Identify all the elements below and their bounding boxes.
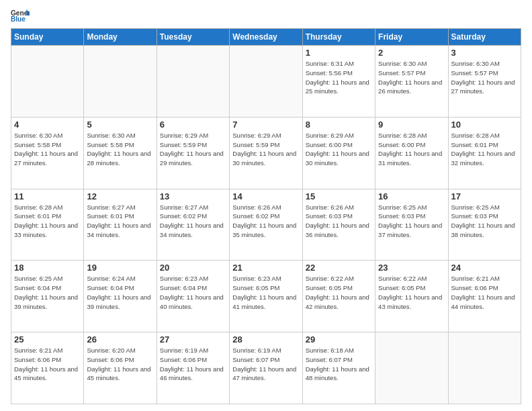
sun-info: Sunrise: 6:22 AMSunset: 6:05 PMDaylight:… [378, 274, 445, 311]
sun-info: Sunrise: 6:29 AMSunset: 6:00 PMDaylight:… [306, 131, 372, 168]
sun-info: Sunrise: 6:23 AMSunset: 6:04 PMDaylight:… [160, 274, 226, 311]
calendar-table: SundayMondayTuesdayWednesdayThursdayFrid… [11, 28, 521, 404]
logo: General Blue [11, 8, 30, 23]
day-number: 8 [306, 120, 372, 130]
calendar-day-cell: 27Sunrise: 6:19 AMSunset: 6:06 PMDayligh… [157, 332, 229, 404]
day-number: 22 [306, 263, 372, 273]
day-number: 13 [160, 191, 226, 201]
calendar-day-cell [11, 46, 84, 118]
calendar-day-cell: 26Sunrise: 6:20 AMSunset: 6:06 PMDayligh… [84, 332, 157, 404]
sun-info: Sunrise: 6:29 AMSunset: 5:59 PMDaylight:… [232, 131, 299, 168]
day-number: 16 [378, 191, 445, 201]
day-number: 15 [306, 191, 372, 201]
calendar-day-cell: 12Sunrise: 6:27 AMSunset: 6:01 PMDayligh… [84, 189, 157, 261]
calendar-day-cell: 22Sunrise: 6:22 AMSunset: 6:05 PMDayligh… [302, 261, 375, 332]
day-number: 1 [306, 48, 372, 58]
calendar-day-cell: 4Sunrise: 6:30 AMSunset: 5:58 PMDaylight… [11, 117, 84, 189]
calendar-day-header: Thursday [302, 29, 375, 46]
day-number: 12 [87, 191, 153, 201]
calendar-day-cell: 3Sunrise: 6:30 AMSunset: 5:57 PMDaylight… [448, 46, 521, 118]
day-number: 5 [87, 120, 153, 130]
calendar-day-cell: 6Sunrise: 6:29 AMSunset: 5:59 PMDaylight… [157, 117, 229, 189]
day-number: 28 [232, 334, 299, 345]
sun-info: Sunrise: 6:27 AMSunset: 6:01 PMDaylight:… [87, 203, 153, 240]
calendar-week-row: 25Sunrise: 6:21 AMSunset: 6:06 PMDayligh… [11, 332, 521, 404]
calendar-day-header: Sunday [11, 29, 84, 46]
calendar-day-cell: 13Sunrise: 6:27 AMSunset: 6:02 PMDayligh… [157, 189, 229, 261]
calendar-day-cell: 2Sunrise: 6:30 AMSunset: 5:57 PMDaylight… [375, 46, 448, 118]
calendar-week-row: 1Sunrise: 6:31 AMSunset: 5:56 PMDaylight… [11, 46, 521, 118]
day-number: 29 [306, 334, 372, 345]
sun-info: Sunrise: 6:31 AMSunset: 5:56 PMDaylight:… [306, 59, 372, 96]
sun-info: Sunrise: 6:30 AMSunset: 5:57 PMDaylight:… [378, 59, 445, 96]
calendar-day-cell: 20Sunrise: 6:23 AMSunset: 6:04 PMDayligh… [157, 261, 229, 332]
sun-info: Sunrise: 6:29 AMSunset: 5:59 PMDaylight:… [160, 131, 226, 168]
sun-info: Sunrise: 6:27 AMSunset: 6:02 PMDaylight:… [160, 203, 226, 240]
sun-info: Sunrise: 6:25 AMSunset: 6:03 PMDaylight:… [378, 203, 445, 240]
sun-info: Sunrise: 6:20 AMSunset: 6:06 PMDaylight:… [87, 346, 153, 383]
calendar-day-cell: 25Sunrise: 6:21 AMSunset: 6:06 PMDayligh… [11, 332, 84, 404]
sun-info: Sunrise: 6:28 AMSunset: 6:00 PMDaylight:… [378, 131, 445, 168]
day-number: 24 [451, 263, 518, 273]
calendar-day-header: Friday [375, 29, 448, 46]
logo-icon: General Blue [11, 8, 30, 23]
calendar-week-row: 18Sunrise: 6:25 AMSunset: 6:04 PMDayligh… [11, 261, 521, 332]
day-number: 20 [160, 263, 226, 273]
day-number: 17 [451, 191, 518, 201]
sun-info: Sunrise: 6:28 AMSunset: 6:01 PMDaylight:… [451, 131, 518, 168]
calendar-day-cell [375, 332, 448, 404]
calendar-day-cell: 5Sunrise: 6:30 AMSunset: 5:58 PMDaylight… [84, 117, 157, 189]
calendar-day-cell: 18Sunrise: 6:25 AMSunset: 6:04 PMDayligh… [11, 261, 84, 332]
calendar-week-row: 11Sunrise: 6:28 AMSunset: 6:01 PMDayligh… [11, 189, 521, 261]
sun-info: Sunrise: 6:22 AMSunset: 6:05 PMDaylight:… [306, 274, 372, 311]
day-number: 10 [451, 120, 518, 130]
sun-info: Sunrise: 6:23 AMSunset: 6:05 PMDaylight:… [232, 274, 299, 311]
svg-text:Blue: Blue [11, 15, 26, 23]
calendar-day-cell: 10Sunrise: 6:28 AMSunset: 6:01 PMDayligh… [448, 117, 521, 189]
sun-info: Sunrise: 6:21 AMSunset: 6:06 PMDaylight:… [14, 346, 81, 383]
calendar-day-cell: 16Sunrise: 6:25 AMSunset: 6:03 PMDayligh… [375, 189, 448, 261]
page-header: General Blue [11, 8, 521, 23]
calendar-day-header: Tuesday [157, 29, 229, 46]
calendar-day-cell: 9Sunrise: 6:28 AMSunset: 6:00 PMDaylight… [375, 117, 448, 189]
calendar-day-cell: 15Sunrise: 6:26 AMSunset: 6:03 PMDayligh… [302, 189, 375, 261]
calendar-day-header: Wednesday [230, 29, 302, 46]
day-number: 18 [14, 263, 81, 273]
calendar-day-cell: 19Sunrise: 6:24 AMSunset: 6:04 PMDayligh… [84, 261, 157, 332]
sun-info: Sunrise: 6:21 AMSunset: 6:06 PMDaylight:… [451, 274, 518, 311]
sun-info: Sunrise: 6:28 AMSunset: 6:01 PMDaylight:… [14, 203, 81, 240]
sun-info: Sunrise: 6:24 AMSunset: 6:04 PMDaylight:… [87, 274, 153, 311]
day-number: 21 [232, 263, 299, 273]
day-number: 11 [14, 191, 81, 201]
sun-info: Sunrise: 6:25 AMSunset: 6:03 PMDaylight:… [451, 203, 518, 240]
calendar-day-cell: 29Sunrise: 6:18 AMSunset: 6:07 PMDayligh… [302, 332, 375, 404]
sun-info: Sunrise: 6:19 AMSunset: 6:06 PMDaylight:… [160, 346, 226, 383]
day-number: 9 [378, 120, 445, 130]
calendar-day-header: Monday [84, 29, 157, 46]
calendar-day-cell: 11Sunrise: 6:28 AMSunset: 6:01 PMDayligh… [11, 189, 84, 261]
calendar-day-cell: 1Sunrise: 6:31 AMSunset: 5:56 PMDaylight… [302, 46, 375, 118]
sun-info: Sunrise: 6:30 AMSunset: 5:57 PMDaylight:… [451, 59, 518, 96]
calendar-day-cell [84, 46, 157, 118]
day-number: 23 [378, 263, 445, 273]
day-number: 4 [14, 120, 81, 130]
calendar-day-cell: 24Sunrise: 6:21 AMSunset: 6:06 PMDayligh… [448, 261, 521, 332]
day-number: 25 [14, 334, 81, 345]
sun-info: Sunrise: 6:26 AMSunset: 6:03 PMDaylight:… [306, 203, 372, 240]
calendar-day-cell: 17Sunrise: 6:25 AMSunset: 6:03 PMDayligh… [448, 189, 521, 261]
calendar-day-header: Saturday [448, 29, 521, 46]
day-number: 6 [160, 120, 226, 130]
day-number: 7 [232, 120, 299, 130]
calendar-day-cell [157, 46, 229, 118]
calendar-day-cell: 23Sunrise: 6:22 AMSunset: 6:05 PMDayligh… [375, 261, 448, 332]
calendar-day-cell [230, 46, 302, 118]
svg-rect-3 [26, 13, 30, 15]
sun-info: Sunrise: 6:25 AMSunset: 6:04 PMDaylight:… [14, 274, 81, 311]
day-number: 3 [451, 48, 518, 58]
calendar-day-cell [448, 332, 521, 404]
calendar-day-cell: 14Sunrise: 6:26 AMSunset: 6:02 PMDayligh… [230, 189, 302, 261]
calendar-day-cell: 28Sunrise: 6:19 AMSunset: 6:07 PMDayligh… [230, 332, 302, 404]
calendar-day-cell: 7Sunrise: 6:29 AMSunset: 5:59 PMDaylight… [230, 117, 302, 189]
day-number: 2 [378, 48, 445, 58]
sun-info: Sunrise: 6:26 AMSunset: 6:02 PMDaylight:… [232, 203, 299, 240]
